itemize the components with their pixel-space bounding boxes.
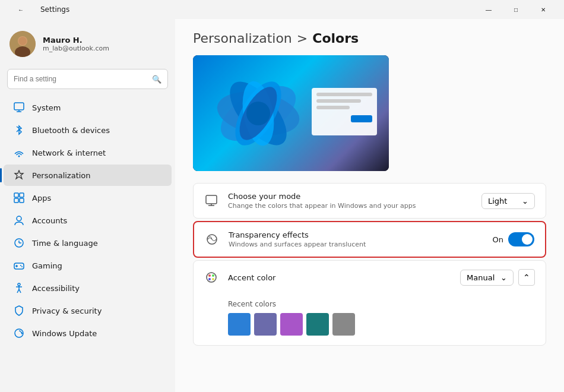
accent-color-icon (204, 270, 218, 284)
color-swatch-1[interactable] (254, 313, 277, 336)
personalization-icon (13, 169, 25, 181)
svg-rect-12 (14, 198, 18, 203)
accounts-icon (13, 214, 25, 226)
transparency-control: On (493, 232, 534, 246)
preview-window (312, 88, 377, 135)
svg-point-14 (17, 216, 21, 221)
accent-color-dropdown-value: Manual (467, 273, 495, 282)
svg-point-3 (18, 37, 27, 45)
sidebar-item-personalization[interactable]: Personalization (4, 165, 172, 186)
chevron-down-icon: ⌄ (522, 197, 528, 206)
sidebar-item-apps[interactable]: Apps (4, 187, 172, 208)
breadcrumb-parent: Personalization (193, 31, 292, 46)
sidebar-item-gaming-label: Gaming (32, 261, 62, 270)
color-swatches (228, 313, 535, 336)
close-button[interactable]: ✕ (530, 0, 557, 19)
sidebar-item-personalization-label: Personalization (32, 171, 91, 180)
accent-color-text: Accent color (228, 273, 451, 282)
sidebar-item-apps-label: Apps (32, 194, 51, 203)
update-icon (13, 327, 25, 339)
maximize-button[interactable]: □ (502, 0, 530, 19)
search-input[interactable] (14, 75, 152, 83)
system-icon (13, 102, 25, 113)
choose-mode-control: Light ⌄ (481, 193, 535, 209)
svg-point-21 (20, 265, 21, 266)
transparency-toggle[interactable] (508, 232, 534, 246)
sidebar-item-time[interactable]: Time & language (4, 232, 172, 254)
accent-color-dropdown[interactable]: Manual ⌄ (460, 270, 514, 286)
sidebar-item-accounts[interactable]: Accounts (4, 210, 172, 231)
choose-mode-row: Choose your mode Change the colors that … (193, 183, 546, 219)
color-swatch-4[interactable] (332, 313, 355, 336)
sidebar-item-privacy[interactable]: Privacy & security (4, 300, 172, 321)
gaming-icon (13, 260, 25, 271)
privacy-icon (13, 305, 25, 317)
svg-point-23 (18, 283, 20, 286)
breadcrumb: Personalization > Colors (193, 31, 546, 46)
back-button[interactable]: ← (7, 0, 34, 19)
breadcrumb-separator: > (297, 31, 308, 46)
preview-btn-bar (316, 115, 372, 122)
title-bar-left: ← Settings (7, 0, 69, 19)
sidebar-item-network-label: Network & internet (32, 148, 106, 157)
profile-email: m_lab@outlook.com (43, 45, 109, 52)
preview-flower-icon (205, 61, 312, 165)
svg-point-22 (21, 266, 23, 267)
accent-color-control: Manual ⌄ ⌃ (460, 269, 535, 286)
preview-background (193, 55, 389, 171)
transparency-desc: Windows and surfaces appear translucent (229, 241, 483, 248)
svg-rect-4 (14, 103, 24, 110)
search-icon: 🔍 (152, 75, 161, 84)
choose-mode-desc: Change the colors that appear in Windows… (228, 202, 472, 210)
sidebar-item-gaming[interactable]: Gaming (4, 255, 172, 276)
sidebar-item-accessibility-label: Accessibility (32, 284, 80, 293)
svg-point-44 (208, 278, 211, 280)
color-swatch-0[interactable] (228, 313, 251, 336)
bluetooth-icon (13, 124, 25, 136)
choose-mode-dropdown-value: Light (488, 197, 507, 206)
sidebar-item-privacy-label: Privacy & security (32, 306, 102, 315)
main-content: Personalization > Colors (175, 19, 564, 392)
sidebar-item-update[interactable]: Windows Update (4, 323, 172, 344)
window-controls: — □ ✕ (475, 0, 557, 19)
title-bar: ← Settings — □ ✕ (0, 0, 564, 19)
time-icon (13, 237, 25, 249)
sidebar-item-system[interactable]: System (4, 97, 172, 118)
accessibility-icon (13, 282, 25, 294)
svg-rect-10 (14, 193, 18, 197)
svg-rect-37 (206, 195, 217, 204)
svg-line-27 (19, 289, 21, 293)
svg-point-41 (207, 273, 216, 282)
search-box[interactable]: 🔍 (7, 69, 168, 89)
profile-info: Mauro H. m_lab@outlook.com (43, 36, 109, 52)
sidebar-item-bluetooth[interactable]: Bluetooth & devices (4, 119, 172, 141)
profile-section[interactable]: Mauro H. m_lab@outlook.com (0, 25, 175, 67)
sidebar: Mauro H. m_lab@outlook.com 🔍 System Blue… (0, 19, 175, 392)
transparency-icon (205, 232, 219, 246)
accent-color-title: Accent color (228, 273, 451, 282)
preview-window-button (351, 115, 372, 122)
accent-header: Accent color Manual ⌄ ⌃ (194, 261, 546, 294)
preview-line-2 (316, 99, 361, 103)
choose-mode-title: Choose your mode (228, 192, 472, 201)
svg-rect-11 (20, 193, 24, 197)
svg-point-43 (212, 274, 214, 277)
choose-mode-dropdown[interactable]: Light ⌄ (481, 193, 535, 209)
apps-icon (13, 192, 25, 204)
accent-expand-button[interactable]: ⌃ (518, 269, 535, 286)
sidebar-item-network[interactable]: Network & internet (4, 142, 172, 163)
avatar (9, 31, 36, 57)
profile-name: Mauro H. (43, 36, 109, 45)
minimize-button[interactable]: — (475, 0, 502, 19)
transparency-title: Transparency effects (229, 230, 483, 239)
preview-line-3 (316, 106, 350, 109)
toggle-knob (522, 234, 533, 245)
sidebar-item-accessibility[interactable]: Accessibility (4, 277, 172, 299)
svg-point-9 (18, 156, 20, 157)
choose-mode-text: Choose your mode Change the colors that … (228, 192, 472, 210)
svg-rect-13 (20, 198, 24, 203)
choose-mode-icon (204, 194, 218, 208)
color-swatch-3[interactable] (306, 313, 329, 336)
preview-image (193, 55, 389, 171)
color-swatch-2[interactable] (280, 313, 303, 336)
